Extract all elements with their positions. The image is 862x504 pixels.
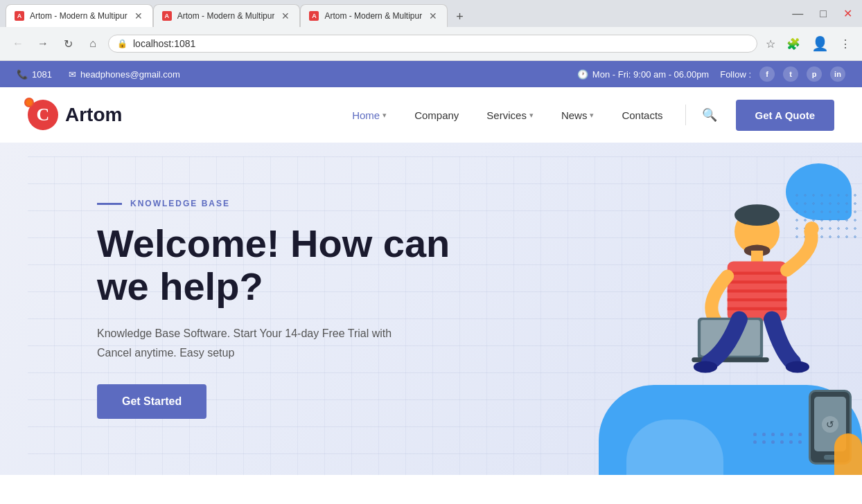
- email-icon: ✉: [69, 69, 76, 80]
- nav-link-services[interactable]: Services ▾: [475, 101, 545, 129]
- dot-grid-bottom: [753, 433, 803, 444]
- tab-close-1[interactable]: ✕: [133, 10, 144, 21]
- browser-toolbar: ← → ↻ ⌂ 🔒 ☆ 🧩 👤 ⋮: [0, 27, 862, 61]
- linkedin-icon[interactable]: in: [830, 66, 845, 82]
- top-bar-left: 📞 1081 ✉ headphones@gmail.com: [17, 69, 180, 80]
- nav-link-company[interactable]: Company: [403, 101, 470, 129]
- tab-favicon-2: A: [162, 11, 172, 21]
- home-dropdown-arrow: ▾: [382, 111, 387, 120]
- logo-icon: C: [28, 100, 58, 130]
- illustration-container: ↺: [599, 143, 862, 475]
- nav-links: Home ▾ Company Services ▾ News ▾ Contact…: [341, 100, 834, 131]
- hero-content: KNOWLEDGE BASE Welcome! How can we help?…: [97, 199, 450, 419]
- nav-link-home[interactable]: Home ▾: [341, 101, 398, 129]
- phone-number: 1081: [32, 69, 52, 80]
- security-lock-icon: 🔒: [117, 39, 127, 48]
- search-button[interactable]: 🔍: [697, 102, 722, 127]
- clock-icon: 🕐: [577, 69, 588, 80]
- company-label: Company: [414, 109, 459, 121]
- hero-label: KNOWLEDGE BASE: [97, 199, 450, 208]
- browser-window: A Artom - Modern & Multipur ✕ A Artom - …: [0, 0, 862, 61]
- contacts-label: Contacts: [622, 109, 662, 121]
- services-label: Services: [486, 109, 527, 121]
- address-bar-container[interactable]: 🔒: [108, 35, 757, 53]
- device-reload-icon: ↺: [822, 416, 838, 433]
- logo-link[interactable]: C Artom: [28, 100, 122, 130]
- tab-favicon-1: A: [15, 11, 24, 21]
- svg-point-10: [804, 222, 819, 236]
- tab-title-1: Artom - Modern & Multipur: [30, 11, 127, 21]
- nav-link-news[interactable]: News ▾: [550, 101, 606, 129]
- email-item: ✉ headphones@gmail.com: [69, 69, 180, 80]
- svg-point-15: [786, 361, 809, 372]
- home-button[interactable]: ⌂: [83, 34, 103, 53]
- address-bar-input[interactable]: [133, 38, 748, 49]
- maximize-button[interactable]: □: [816, 2, 831, 26]
- toolbar-icons: ☆ 🧩 👤 ⋮: [763, 33, 854, 55]
- phone-icon: 📞: [17, 69, 28, 80]
- hero-cta-button[interactable]: Get Started: [97, 384, 206, 419]
- hero-label-text: KNOWLEDGE BASE: [130, 199, 230, 208]
- social-follow: Follow : f t p in: [720, 66, 845, 82]
- logo-name: Artom: [65, 104, 122, 126]
- top-bar: 📞 1081 ✉ headphones@gmail.com 🕐 Mon - Fr…: [0, 61, 862, 87]
- nav-separator: [685, 105, 686, 125]
- bookmark-icon[interactable]: ☆: [763, 35, 778, 53]
- tab-close-3[interactable]: ✕: [428, 10, 439, 21]
- tab-title-2: Artom - Modern & Multipur: [177, 11, 275, 21]
- news-dropdown-arrow: ▾: [590, 111, 594, 120]
- hero-title-line2: we help?: [97, 264, 263, 308]
- home-label: Home: [352, 109, 380, 121]
- email-address: headphones@gmail.com: [80, 69, 180, 80]
- hero-subtitle-line2: Cancel anytime. Easy setup: [97, 347, 234, 359]
- hero-subtitle: Knowledge Base Software. Start Your 14-d…: [97, 324, 430, 361]
- phone-item: 📞 1081: [17, 69, 52, 80]
- news-label: News: [561, 109, 588, 121]
- hours-item: 🕐 Mon - Fri: 9:00 am - 06.00pm: [577, 69, 709, 80]
- top-bar-right: 🕐 Mon - Fri: 9:00 am - 06.00pm Follow : …: [577, 66, 845, 82]
- main-nav: C Artom Home ▾ Company Services ▾ News ▾: [0, 87, 862, 143]
- menu-icon[interactable]: ⋮: [837, 35, 854, 53]
- back-button[interactable]: ←: [8, 34, 28, 53]
- browser-tab-1[interactable]: A Artom - Modern & Multipur ✕: [6, 4, 153, 27]
- pinterest-icon[interactable]: p: [807, 66, 822, 82]
- profile-icon[interactable]: 👤: [809, 33, 832, 55]
- new-tab-button[interactable]: +: [450, 7, 469, 27]
- svg-point-14: [694, 361, 717, 372]
- forward-button[interactable]: →: [33, 34, 53, 53]
- browser-tab-2[interactable]: A Artom - Modern & Multipur ✕: [153, 4, 301, 27]
- browser-tab-3[interactable]: A Artom - Modern & Multipur ✕: [300, 4, 448, 27]
- reload-button[interactable]: ↻: [58, 34, 78, 53]
- tab-favicon-3: A: [309, 11, 319, 21]
- hero-title-line1: Welcome! How can: [97, 222, 450, 265]
- close-button[interactable]: ✕: [839, 1, 856, 26]
- tab-close-2[interactable]: ✕: [280, 10, 291, 21]
- website-content: 📞 1081 ✉ headphones@gmail.com 🕐 Mon - Fr…: [0, 61, 862, 475]
- logo-dots: [25, 98, 33, 107]
- extensions-icon[interactable]: 🧩: [784, 35, 803, 53]
- minimize-button[interactable]: —: [788, 2, 807, 26]
- nav-link-contacts[interactable]: Contacts: [610, 101, 674, 129]
- search-icon: 🔍: [702, 107, 717, 123]
- hero-label-line: [97, 203, 122, 205]
- window-controls: — □ ✕: [782, 0, 862, 27]
- logo-letter: C: [37, 105, 50, 125]
- twitter-icon[interactable]: t: [783, 66, 798, 82]
- hero-illustration: ↺: [599, 143, 862, 475]
- business-hours: Mon - Fri: 9:00 am - 06.00pm: [592, 69, 709, 80]
- tab-title-3: Artom - Modern & Multipur: [324, 11, 422, 21]
- tab-bar: A Artom - Modern & Multipur ✕ A Artom - …: [0, 0, 782, 27]
- services-dropdown-arrow: ▾: [529, 111, 534, 120]
- hero-section: KNOWLEDGE BASE Welcome! How can we help?…: [0, 143, 862, 475]
- hero-title: Welcome! How can we help?: [97, 222, 450, 307]
- yellow-accent: [834, 433, 862, 475]
- hero-subtitle-line1: Knowledge Base Software. Start Your 14-d…: [97, 327, 392, 339]
- svg-rect-3: [751, 251, 763, 262]
- facebook-icon[interactable]: f: [759, 66, 775, 82]
- get-quote-button[interactable]: Get A Quote: [736, 100, 834, 131]
- svg-point-1: [735, 204, 780, 226]
- follow-label: Follow :: [720, 69, 751, 80]
